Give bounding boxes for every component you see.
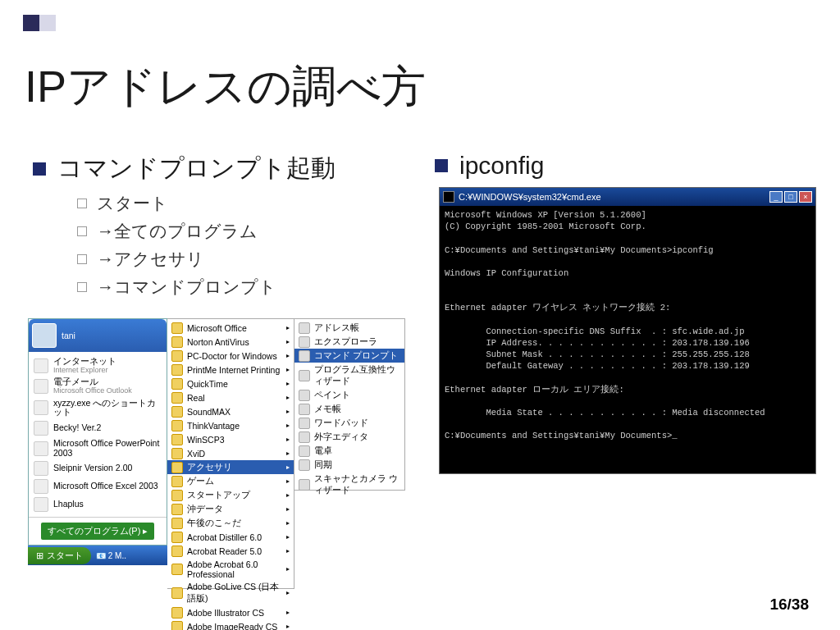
step-item: →アクセサリ	[77, 248, 410, 271]
chevron-right-icon: ▸	[286, 436, 290, 443]
program-item[interactable]: Acrobat Distiller 6.0▸	[167, 530, 294, 544]
chevron-right-icon: ▸	[286, 477, 290, 485]
accessory-item[interactable]: 外字エディタ	[294, 430, 404, 444]
program-item[interactable]: QuickTime▸	[167, 377, 294, 390]
folder-icon	[171, 564, 183, 575]
chevron-right-icon: ▸	[286, 324, 290, 331]
folder-icon	[171, 336, 183, 348]
box-bullet-icon	[77, 282, 87, 292]
step-item: スタート	[77, 192, 410, 215]
step-item: →全てのプログラム	[77, 220, 410, 243]
folder-icon	[171, 607, 183, 619]
accessory-item[interactable]: ペイント	[294, 388, 404, 402]
app-icon	[299, 390, 310, 401]
accessory-item[interactable]: ワードパッド	[294, 416, 404, 430]
square-bullet-icon	[435, 159, 448, 172]
pinned-item[interactable]: Becky! Ver.2	[30, 419, 165, 437]
pinned-item[interactable]: Sleipnir Version 2.00	[30, 459, 165, 477]
folder-icon	[171, 364, 183, 376]
pinned-item[interactable]: Microsoft Office PowerPoint 2003	[30, 437, 165, 459]
program-item[interactable]: Acrobat Reader 5.0▸	[167, 544, 294, 558]
app-icon	[34, 421, 48, 436]
chevron-right-icon: ▸	[286, 491, 290, 499]
folder-icon	[171, 462, 183, 473]
chevron-right-icon: ▸	[286, 609, 290, 616]
app-icon	[299, 445, 310, 457]
folder-icon	[171, 378, 183, 390]
chevron-right-icon: ▸	[286, 547, 290, 555]
startmenu-user: tani	[29, 319, 167, 352]
program-item[interactable]: 午後のこ～だ▸	[167, 516, 294, 530]
box-bullet-icon	[77, 199, 87, 208]
folder-icon	[171, 490, 183, 501]
accessory-item[interactable]: コマンド プロンプト	[294, 349, 404, 363]
accessories-submenu: アドレス帳エクスプローラコマンド プロンプトプログラム互換性ウィザードペイントメ…	[294, 318, 405, 491]
program-item[interactable]: XviD▸	[167, 446, 294, 460]
chevron-right-icon: ▸	[286, 565, 290, 573]
slide-accent	[23, 15, 54, 46]
app-icon	[299, 350, 310, 362]
accessory-item[interactable]: 電卓	[294, 444, 404, 458]
chevron-right-icon: ▸	[286, 623, 290, 630]
program-item[interactable]: WinSCP3▸	[167, 432, 294, 446]
accessory-item[interactable]: 同期	[294, 458, 404, 472]
accessory-item[interactable]: エクスプローラ	[294, 335, 404, 349]
program-item[interactable]: PrintMe Internet Printing▸	[167, 363, 294, 377]
program-item[interactable]: ThinkVantage▸	[167, 418, 294, 432]
folder-icon	[171, 434, 183, 445]
chevron-right-icon: ▸	[286, 366, 290, 373]
folder-icon	[171, 448, 183, 459]
app-icon	[299, 404, 310, 415]
maximize-button[interactable]: □	[784, 191, 797, 203]
program-item[interactable]: PC-Doctor for Windows▸	[167, 349, 294, 363]
program-item[interactable]: ゲーム▸	[167, 474, 294, 488]
app-icon	[34, 479, 48, 494]
pinned-item[interactable]: Lhaplus	[30, 495, 165, 514]
cmd-window: C:¥WINDOWS¥system32¥cmd.exe _ □ × Micros…	[439, 187, 816, 474]
program-item[interactable]: SoundMAX▸	[167, 404, 294, 418]
start-button[interactable]: ⊞ スタート	[28, 547, 91, 564]
user-avatar-icon	[32, 323, 57, 348]
pinned-item[interactable]: 電子メールMicrosoft Office Outlook	[30, 376, 165, 396]
cmd-titlebar: C:¥WINDOWS¥system32¥cmd.exe _ □ ×	[440, 188, 815, 206]
accessory-item[interactable]: メモ帳	[294, 402, 404, 416]
cmd-icon	[443, 191, 454, 203]
all-programs[interactable]: すべてのプログラム(P) ▸	[29, 517, 167, 545]
program-item[interactable]: 沖データ▸	[167, 502, 294, 516]
program-item[interactable]: Microsoft Office▸	[167, 321, 294, 335]
pinned-item[interactable]: Microsoft Office Excel 2003	[30, 477, 165, 495]
folder-icon	[171, 406, 183, 418]
program-item[interactable]: Norton AntiVirus▸	[167, 335, 294, 349]
folder-icon	[171, 322, 183, 334]
folder-icon	[171, 504, 183, 515]
program-item[interactable]: Adobe Acrobat 6.0 Professional▸	[167, 558, 294, 580]
box-bullet-icon	[77, 226, 87, 236]
folder-icon	[171, 621, 183, 631]
folder-icon	[171, 350, 183, 362]
program-item[interactable]: アクセサリ▸	[167, 460, 294, 474]
program-item[interactable]: Adobe GoLive CS (日本語版)▸	[167, 580, 294, 605]
pinned-item[interactable]: xyzzy.exe へのショートカット	[30, 397, 165, 419]
folder-icon	[171, 476, 183, 487]
app-icon	[34, 400, 48, 415]
app-icon	[34, 461, 48, 476]
app-icon	[34, 379, 48, 394]
chevron-right-icon: ▸	[286, 408, 290, 415]
taskbar-item[interactable]: 📧 2 M..	[96, 551, 126, 560]
close-button[interactable]: ×	[799, 191, 812, 203]
accessory-item[interactable]: プログラム互換性ウィザード	[294, 363, 404, 388]
program-item[interactable]: Real▸	[167, 390, 294, 404]
box-bullet-icon	[77, 254, 87, 264]
pinned-item[interactable]: インターネットInternet Explorer	[30, 355, 165, 376]
app-icon	[34, 441, 48, 456]
accessory-item[interactable]: アドレス帳	[294, 321, 404, 335]
page-number: 16/38	[769, 596, 809, 614]
app-icon	[299, 336, 310, 348]
program-item[interactable]: Adobe ImageReady CS▸	[167, 619, 294, 630]
chevron-right-icon: ▸	[286, 450, 290, 457]
minimize-button[interactable]: _	[769, 191, 783, 203]
program-item[interactable]: スタートアップ▸	[167, 488, 294, 502]
program-item[interactable]: Adobe Illustrator CS▸	[167, 605, 294, 619]
chevron-right-icon: ▸	[286, 352, 290, 359]
accessory-item[interactable]: スキャナとカメラ ウィザード	[294, 472, 404, 497]
